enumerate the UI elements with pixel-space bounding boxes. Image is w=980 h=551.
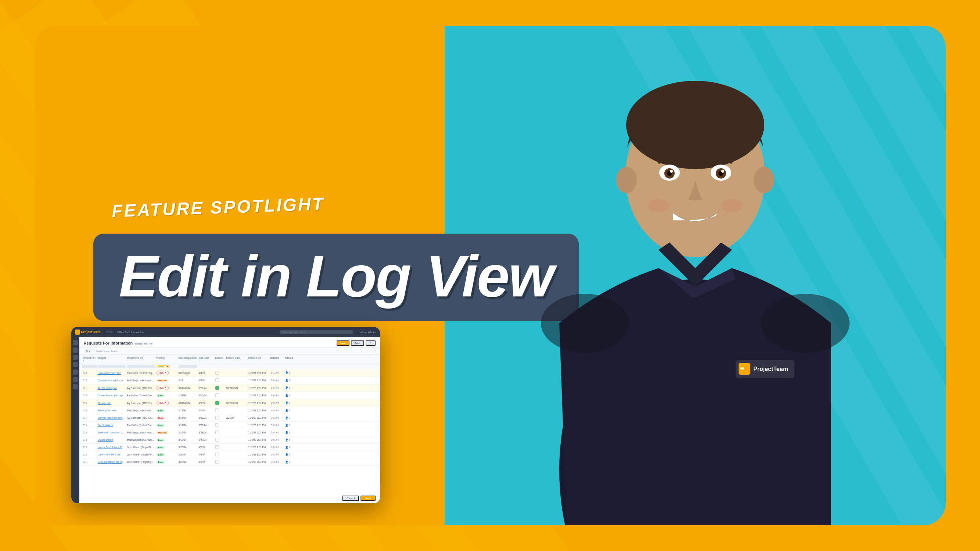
td-015-subject[interactable]: Steel joist connection detail — [97, 430, 126, 435]
ui-table: Official RFI # Subject Requested By Prio… — [80, 355, 380, 493]
sidebar-item-3[interactable] — [73, 355, 78, 360]
td-014-subject[interactable]: Drywall Details — [97, 438, 126, 442]
priority-021-clear[interactable]: ✕ — [164, 386, 167, 389]
dots-button[interactable]: ⋮ — [366, 340, 375, 346]
filter-cell-5[interactable] — [178, 365, 197, 368]
checkbox-017[interactable] — [215, 416, 219, 419]
td-020-subject[interactable]: Dimensions for pile caps — [97, 394, 126, 397]
td-012-due: 4/9/24 — [198, 453, 215, 457]
td-014-priority[interactable]: Low — [156, 438, 178, 442]
td-013-subject[interactable]: Interior Paint & West Elevation — [97, 445, 126, 449]
sidebar-item-1[interactable] — [73, 340, 78, 345]
checkbox-014[interactable] — [215, 438, 219, 441]
sidebar-item-5[interactable] — [73, 370, 78, 375]
th-closed: Closed — [215, 356, 226, 362]
td-012-priority[interactable]: Low — [156, 453, 178, 457]
checkbox-013[interactable] — [215, 445, 219, 449]
sidebar-item-2[interactable] — [73, 348, 78, 353]
ui-main-content: Requests For Information shared with me … — [80, 337, 380, 503]
td-018-priority[interactable]: Low — [156, 408, 178, 413]
th-requested-by: Requested By — [126, 356, 156, 362]
td-015-priority[interactable]: Medium — [156, 430, 178, 435]
td-018-closeddate — [226, 410, 248, 411]
checkbox-015[interactable] — [215, 430, 219, 434]
checkbox-022[interactable] — [215, 378, 219, 382]
td-021-closeddate: 03/21/2024 — [226, 386, 248, 390]
priority-016: Low — [156, 424, 165, 427]
td-023-priority[interactable]: High ✕ — [156, 370, 178, 376]
new-button[interactable]: New — [337, 340, 349, 346]
table-row-021[interactable]: 021 Anchor bolt layout Aly Summers (ABC … — [80, 384, 380, 392]
table-row-012[interactable]: 012 Light fixture BR-2 WS Josh Witmer (P… — [80, 451, 380, 459]
table-row-014[interactable]: 014 Drywall Details Matt Simpson (All-Ha… — [80, 437, 380, 444]
td-013-closeddate — [226, 447, 248, 448]
checkbox-023[interactable] — [215, 371, 219, 375]
ui-project-id: PT 001 — [106, 331, 113, 333]
ui-search-bar[interactable]: Search project forms... — [280, 330, 353, 334]
checkbox-018[interactable] — [215, 408, 219, 412]
checkbox-012[interactable] — [215, 453, 219, 456]
table-row-020[interactable]: 020 Dimensions for pile caps Paul Miller… — [80, 392, 380, 399]
td-020-id: 020 — [82, 394, 97, 397]
td-017-requestedby: Aly Summers (ABC Construction, Inc.) — [126, 416, 156, 420]
table-row-019[interactable]: 019 Elevator rails Aly Summers (ABC Cor.… — [80, 399, 380, 407]
td-011-subject[interactable]: Deck support on the second floor — [97, 460, 126, 464]
table-row-018[interactable]: 018 Existing Ductbank Matt Simpson (All-… — [80, 407, 380, 414]
table-row-013[interactable]: 013 Interior Paint & West Elevation Josh… — [80, 444, 380, 451]
filter-cell-3[interactable] — [127, 365, 155, 368]
sidebar-item-6[interactable] — [73, 377, 78, 382]
sidebar-item-4[interactable] — [73, 362, 78, 367]
td-020-closed — [215, 393, 226, 398]
cancel-button[interactable]: Cancel — [342, 495, 359, 501]
checkbox-019[interactable] — [215, 401, 219, 405]
checkbox-021[interactable] — [215, 386, 219, 390]
filter-cell-2[interactable] — [98, 365, 126, 368]
td-011-priority[interactable]: Low — [156, 460, 178, 464]
td-019-subject[interactable]: Elevator rails — [97, 401, 126, 405]
td-021-subject[interactable]: Anchor bolt layout — [97, 386, 126, 390]
td-017-subject[interactable]: Moment frame connections — [97, 416, 126, 420]
td-022-priority[interactable]: Medium — [156, 378, 178, 383]
table-row-017[interactable]: 017 Moment frame connections Aly Summers… — [80, 414, 380, 422]
th-related: Related — [270, 356, 285, 362]
sidebar-item-7[interactable] — [73, 384, 78, 389]
td-012-subject[interactable]: Light fixture BR-2 WS — [97, 453, 126, 457]
td-017-priority[interactable]: High — [156, 416, 178, 420]
checkbox-016[interactable] — [215, 423, 219, 427]
ui-logo: ProjectTeam — [75, 330, 101, 335]
table-row-023[interactable]: 023 Location for water line Paul Miller … — [80, 369, 380, 377]
table-row-016[interactable]: 016 Fire Sprinklers Paul Miller (Trident… — [80, 422, 380, 429]
table-row-011[interactable]: 011 Deck support on the second floor Jos… — [80, 459, 380, 466]
table-row-015[interactable]: 015 Steel joist connection detail Matt S… — [80, 429, 380, 437]
print-button[interactable]: Print — [351, 340, 364, 346]
td-019-priority[interactable]: High ✕ — [156, 400, 178, 406]
td-016-priority[interactable]: Low — [156, 423, 178, 427]
td-016-created: 11/1/23 2:01 PM — [248, 423, 270, 427]
save-button[interactable]: Save — [361, 495, 375, 501]
priority-015: Medium — [156, 431, 169, 434]
priority-019-clear[interactable]: ✕ — [164, 402, 167, 405]
td-016-subject[interactable]: Fire Sprinklers — [97, 423, 126, 427]
priority-filter[interactable]: Priority ▾ — [156, 365, 170, 368]
td-022-subject[interactable]: Concrete strength for footings — [97, 378, 126, 383]
filter-cell-1[interactable] — [82, 365, 97, 368]
table-row-022[interactable]: 022 Concrete strength for footings Matt … — [80, 377, 380, 384]
td-020-closeddate — [226, 395, 248, 396]
td-021-priority[interactable]: High ✕ — [156, 385, 178, 391]
td-013-priority[interactable]: Low — [156, 445, 178, 449]
priority-022: Medium — [156, 379, 169, 382]
td-018-subject[interactable]: Existing Ductbank — [97, 408, 126, 413]
checkbox-011[interactable] — [215, 460, 219, 464]
td-017-closeddate: 3/21/24 — [226, 416, 248, 420]
priority-023-clear[interactable]: ✕ — [164, 372, 167, 374]
td-020-priority[interactable]: Low — [156, 394, 178, 398]
th-created-on: Created On — [248, 356, 270, 362]
filter-all[interactable]: All ▾ — [84, 349, 92, 353]
checkbox-020[interactable] — [215, 394, 219, 397]
priority-018: Low — [156, 409, 165, 412]
filter-search[interactable]: Search project forms... — [94, 349, 375, 353]
svg-text:ProjectTeam: ProjectTeam — [753, 366, 788, 372]
td-018-related: ⚙ 0 ✗0 — [270, 408, 285, 413]
td-011-datereq: 3/20/24 — [178, 460, 198, 464]
td-023-subject[interactable]: Location for water line — [97, 371, 126, 375]
